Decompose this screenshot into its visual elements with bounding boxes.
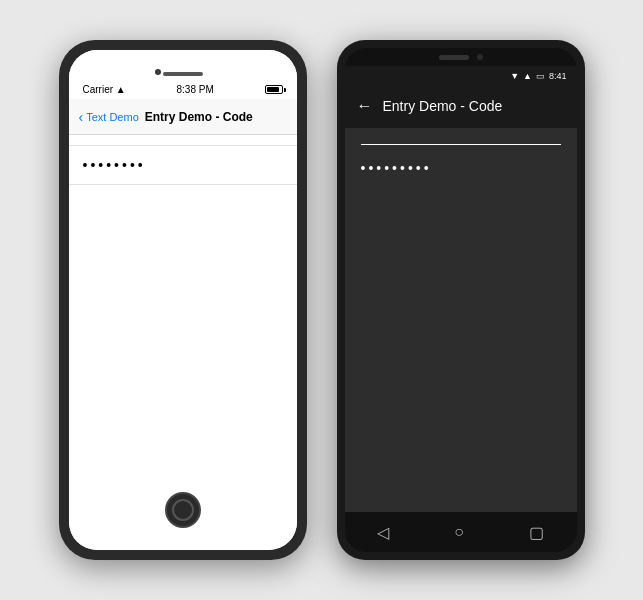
android-battery-icon: ▭ <box>536 71 545 81</box>
ios-nav-bar: ‹ Text Demo Entry Demo - Code <box>69 99 297 135</box>
android-earpiece <box>439 55 469 60</box>
android-time: 8:41 <box>549 71 567 81</box>
ios-screen: Carrier ▲ 8:38 PM ‹ Text Demo Entry Demo… <box>69 50 297 550</box>
android-input-divider <box>361 144 561 145</box>
ios-speaker <box>163 72 203 76</box>
ios-password-field-row: •••••••• <box>69 145 297 185</box>
android-password-dots[interactable]: ••••••••• <box>361 160 432 176</box>
ios-content: •••••••• <box>69 135 297 550</box>
android-nav-bar: ← Entry Demo - Code <box>345 84 577 128</box>
android-bottom-nav: ◁ ○ ▢ <box>345 512 577 552</box>
ios-back-label: Text Demo <box>86 111 139 123</box>
ios-phone: Carrier ▲ 8:38 PM ‹ Text Demo Entry Demo… <box>59 40 307 560</box>
android-top-bar <box>345 48 577 66</box>
ios-nav-title: Entry Demo - Code <box>145 110 253 124</box>
ios-home-button[interactable] <box>165 492 201 528</box>
android-content: ••••••••• <box>345 128 577 512</box>
android-back-nav-icon[interactable]: ◁ <box>377 523 389 542</box>
ios-status-bar: Carrier ▲ 8:38 PM <box>69 78 297 99</box>
android-front-camera <box>477 54 483 60</box>
android-status-bar: ▼ ▲ ▭ 8:41 <box>345 66 577 84</box>
ios-camera <box>155 69 161 75</box>
android-screen: ▼ ▲ ▭ 8:41 ← Entry Demo - Code ••••••••• <box>345 66 577 512</box>
ios-wifi-icon: ▲ <box>116 84 126 95</box>
ios-carrier: Carrier ▲ <box>83 84 126 95</box>
ios-home-button-inner <box>172 499 194 521</box>
android-signal-icon: ▲ <box>523 71 532 81</box>
ios-back-button[interactable]: ‹ Text Demo <box>79 109 139 125</box>
ios-battery-icon <box>265 85 283 94</box>
android-nav-title: Entry Demo - Code <box>383 98 503 114</box>
ios-battery-area <box>265 85 283 94</box>
ios-time: 8:38 PM <box>177 84 214 95</box>
android-recents-nav-icon[interactable]: ▢ <box>529 523 544 542</box>
android-home-nav-icon[interactable]: ○ <box>454 523 464 541</box>
ios-back-chevron-icon: ‹ <box>79 109 84 125</box>
android-wifi-icon: ▼ <box>510 71 519 81</box>
android-back-button[interactable]: ← <box>357 97 373 115</box>
ios-password-dots[interactable]: •••••••• <box>83 157 146 173</box>
android-phone: ▼ ▲ ▭ 8:41 ← Entry Demo - Code •••••••••… <box>337 40 585 560</box>
